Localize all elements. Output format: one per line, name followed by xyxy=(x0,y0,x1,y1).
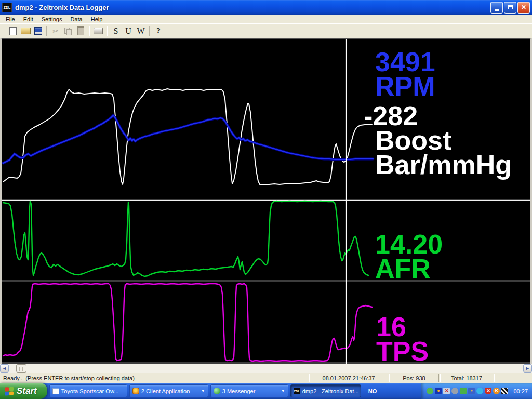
tray-k-app-icon[interactable]: K xyxy=(493,388,500,394)
tray-wireless-signal-icon[interactable]: ● xyxy=(435,388,442,394)
taskbar-task-3[interactable]: 3 Messenger▼ xyxy=(210,384,288,397)
new-file-icon xyxy=(9,27,17,35)
toolbar-s-icon: S xyxy=(114,26,118,36)
help-icon: ? xyxy=(156,26,161,35)
task-group-chevron-down-icon[interactable]: ▼ xyxy=(201,389,205,393)
taskbar-task-2[interactable]: 2 Client Application▼ xyxy=(129,384,208,397)
taskbar-task-4[interactable]: ZDLdmp2 - Zeitronix Dat... xyxy=(290,384,361,397)
tray-antivirus-icon[interactable] xyxy=(476,388,483,394)
client-icon xyxy=(132,388,139,394)
restore-icon xyxy=(508,5,513,9)
series-tps-line xyxy=(3,284,372,361)
window-title: dmp2 - Zeitronix Data Logger xyxy=(15,4,490,11)
taskbar-clock[interactable]: 00:27 xyxy=(513,388,528,394)
boost-readout: -282 Boost Bar/mmHg xyxy=(364,104,512,177)
task-list: Toyota Sportscar Ow...2 Client Applicati… xyxy=(47,383,361,399)
start-label: Start xyxy=(17,386,37,396)
tray-usb-device-icon[interactable] xyxy=(460,388,467,394)
series-rpm-line xyxy=(3,115,373,163)
system-tray: ●✕▪✕K 00:27 xyxy=(421,383,532,399)
status-empty-pane xyxy=(495,374,532,382)
open-file-button[interactable] xyxy=(19,25,32,37)
menu-data[interactable]: Data xyxy=(66,15,86,23)
task-label: 3 Messenger xyxy=(222,388,278,394)
restore-button[interactable] xyxy=(504,2,516,14)
language-indicator[interactable]: NO xyxy=(368,388,377,394)
paste-button[interactable] xyxy=(74,25,87,37)
toolbar-separator xyxy=(149,26,150,36)
boost-unit-2: Bar/mmHg xyxy=(375,153,512,177)
toolbar-u-icon: U xyxy=(125,26,131,36)
windows-logo-icon xyxy=(5,387,14,395)
chart-area: 3491 RPM -282 Boost Bar/mmHg 14.20 AFR 1… xyxy=(0,38,532,364)
series-boost-line xyxy=(3,89,372,185)
menu-file[interactable]: File xyxy=(2,15,19,23)
task-label: 2 Client Application xyxy=(141,388,198,394)
tps-readout: 16 TPS xyxy=(376,315,429,364)
tps-unit: TPS xyxy=(376,339,429,364)
menu-edit[interactable]: Edit xyxy=(19,15,37,23)
task-group-chevron-down-icon[interactable]: ▼ xyxy=(281,389,285,393)
toolbar-grip[interactable] xyxy=(2,26,4,36)
toolbar-s-button[interactable]: S xyxy=(110,25,122,37)
afr-unit: AFR xyxy=(375,257,443,281)
status-datetime: 08.01.2007 21:46:37 xyxy=(310,374,388,382)
chart-canvas[interactable] xyxy=(2,39,530,364)
document-icon xyxy=(52,388,59,394)
menu-help[interactable]: Help xyxy=(87,15,107,23)
tray-messenger-buddy-icon[interactable] xyxy=(427,388,433,394)
tray-audio-device-icon[interactable] xyxy=(451,388,458,394)
boost-value: -282 xyxy=(364,104,512,128)
paste-clipboard-icon xyxy=(77,26,84,35)
toolbar-separator xyxy=(107,26,108,36)
minimize-button[interactable] xyxy=(490,2,503,14)
start-button[interactable]: Start xyxy=(0,383,47,399)
help-button[interactable]: ? xyxy=(152,25,165,37)
taskbar: Start Toyota Sportscar Ow...2 Client App… xyxy=(0,383,532,399)
rpm-readout: 3491 RPM xyxy=(375,50,435,99)
series-afr-line xyxy=(3,201,368,276)
zdl-icon: ZDL xyxy=(294,388,300,394)
horizontal-scrollbar[interactable]: ◄ ► xyxy=(0,364,532,373)
status-position: Pos: 938 xyxy=(390,374,438,382)
save-button[interactable] xyxy=(32,25,44,37)
new-file-button[interactable] xyxy=(7,25,19,37)
close-icon: ✕ xyxy=(521,4,526,11)
tray-network-disconnected-icon[interactable]: ✕ xyxy=(443,388,450,394)
close-button[interactable]: ✕ xyxy=(517,2,530,14)
rpm-value: 3491 xyxy=(375,50,435,74)
toolbar-separator xyxy=(46,26,47,36)
tray-security-shield-icon[interactable]: ✕ xyxy=(485,388,491,394)
copy-button[interactable] xyxy=(62,25,74,37)
status-bar: Ready... (Press ENTER to start/stop coll… xyxy=(0,373,532,383)
app-icon: ZDL xyxy=(2,3,12,12)
toolbar-u-button[interactable]: U xyxy=(122,25,135,37)
scroll-right-arrow-icon: ► xyxy=(525,366,530,371)
boost-unit-1: Boost xyxy=(375,128,512,153)
cut-scissors-icon: ✂ xyxy=(52,27,59,35)
scrollbar-thumb[interactable] xyxy=(16,364,26,373)
minimize-icon xyxy=(495,9,499,11)
tps-value: 16 xyxy=(376,315,429,339)
task-label: Toyota Sportscar Ow... xyxy=(61,388,124,394)
task-label: dmp2 - Zeitronix Dat... xyxy=(302,388,358,394)
toolbar: ✂ SUW ? xyxy=(0,23,532,38)
title-bar: ZDL dmp2 - Zeitronix Data Logger ✕ xyxy=(0,0,532,15)
copy-icon xyxy=(64,28,72,35)
menu-bar: FileEditSettingsDataHelp xyxy=(0,15,532,23)
status-ready-text: Ready... (Press ENTER to start/stop coll… xyxy=(0,374,308,382)
toolbar-w-icon: W xyxy=(137,26,144,36)
menu-settings[interactable]: Settings xyxy=(37,15,66,23)
status-total: Total: 18317 xyxy=(441,374,493,382)
tray-display-settings-icon[interactable]: ▪ xyxy=(468,388,475,394)
tray-task-checkered-icon[interactable] xyxy=(501,388,508,394)
taskbar-task-1[interactable]: Toyota Sportscar Ow... xyxy=(49,384,127,397)
open-folder-icon xyxy=(21,28,31,34)
cut-button[interactable]: ✂ xyxy=(49,25,62,37)
scroll-right-button[interactable]: ► xyxy=(523,364,532,373)
toolbar-w-button[interactable]: W xyxy=(135,25,147,37)
rpm-unit: RPM xyxy=(375,74,435,99)
print-button[interactable] xyxy=(92,25,104,37)
scroll-left-button[interactable]: ◄ xyxy=(0,364,9,373)
series-rpm-line xyxy=(3,115,373,163)
